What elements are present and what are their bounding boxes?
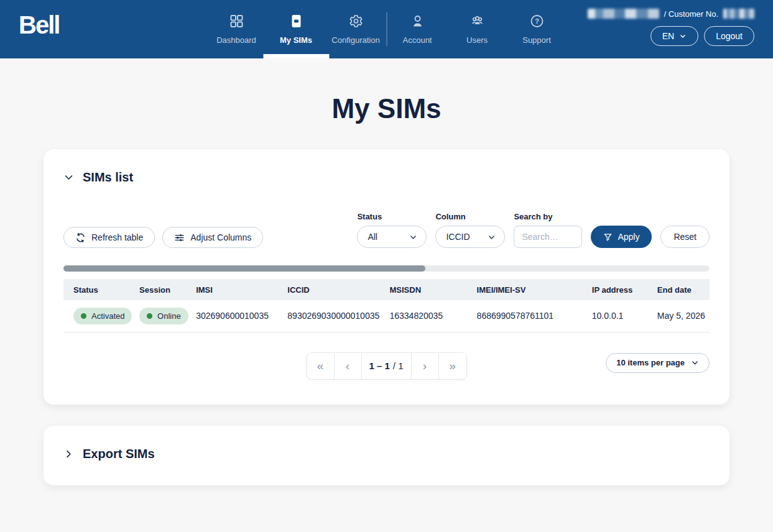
language-label: EN	[662, 31, 674, 41]
redacted-username	[588, 9, 659, 19]
nav-item-dashboard[interactable]: Dashboard	[206, 0, 266, 58]
items-per-page-select[interactable]: 10 items per page	[606, 353, 710, 373]
session-badge: Online	[139, 308, 188, 324]
ip-address-cell: 10.0.0.1	[582, 300, 647, 332]
nav-item-my-sims[interactable]: My SIMs	[266, 0, 326, 58]
refresh-table-label: Refresh table	[91, 232, 143, 242]
chevron-down-icon	[63, 172, 74, 183]
column-header-ip: IP address	[582, 279, 647, 300]
sims-list-section-toggle[interactable]: SIMs list	[63, 170, 710, 185]
user-info-line: / Customer No.	[588, 9, 754, 19]
refresh-icon	[75, 232, 86, 243]
sims-table: Status Session IMSI ICCID MSISDN IMEI/IM…	[63, 279, 710, 332]
refresh-table-button[interactable]: Refresh table	[63, 227, 155, 248]
nav-label: Dashboard	[216, 35, 256, 45]
column-filter-value: ICCID	[446, 232, 470, 242]
nav-label: Configuration	[331, 35, 379, 45]
chevron-right-icon	[63, 449, 74, 459]
iccid-cell: 8930269030000010035	[277, 300, 379, 332]
export-sims-card: Export SIMs	[44, 426, 729, 485]
horizontal-scrollbar-track[interactable]	[63, 265, 710, 272]
column-filter-select[interactable]: ICCID	[435, 226, 505, 248]
sim-icon	[289, 14, 303, 31]
section-title: SIMs list	[83, 170, 133, 185]
section-title: Export SIMs	[83, 447, 155, 461]
active-tab-indicator	[263, 54, 329, 58]
column-header-imei: IMEI/IMEI-SV	[467, 279, 582, 300]
navbar-right: / Customer No. EN Logout	[588, 9, 754, 46]
page-total: / 1	[393, 360, 404, 371]
status-badge: Activated	[73, 308, 132, 324]
apply-label: Apply	[618, 232, 639, 242]
status-filter-label: Status	[357, 212, 427, 221]
language-button[interactable]: EN	[650, 26, 698, 46]
sliders-icon	[174, 232, 185, 243]
filter-funnel-icon	[603, 232, 613, 242]
adjust-columns-label: Adjust Columns	[190, 232, 251, 242]
column-header-msisdn: MSISDN	[379, 279, 466, 300]
first-page-button[interactable]: «	[307, 353, 334, 379]
table-header-row: Status Session IMSI ICCID MSISDN IMEI/IM…	[63, 279, 710, 300]
table-toolbar: Refresh table Adjust Columns Status All	[63, 212, 710, 248]
nav-label: My SIMs	[280, 35, 312, 45]
chevron-down-icon	[691, 359, 699, 367]
logout-label: Logout	[716, 31, 743, 41]
reset-button[interactable]: Reset	[660, 226, 710, 248]
pager: « ‹ 1 – 1 / 1 › »	[306, 352, 466, 380]
nav-label: Support	[522, 35, 551, 45]
search-input[interactable]	[514, 226, 582, 248]
logout-button[interactable]: Logout	[704, 26, 754, 46]
session-value: Online	[157, 311, 181, 321]
nav-label: Account	[403, 35, 432, 45]
adjust-columns-button[interactable]: Adjust Columns	[162, 227, 263, 248]
column-header-session: Session	[129, 279, 186, 300]
column-header-imsi: IMSI	[186, 279, 277, 300]
column-header-end-date: End date	[647, 279, 710, 300]
column-header-status: Status	[63, 279, 129, 300]
search-by-label: Search by	[514, 212, 582, 221]
apply-button[interactable]: Apply	[591, 226, 652, 248]
status-filter-select[interactable]: All	[357, 226, 427, 248]
next-page-button[interactable]: ›	[412, 353, 439, 379]
pagination-row: « ‹ 1 – 1 / 1 › » 10 items per page	[63, 352, 710, 380]
column-filter-label: Column	[435, 212, 505, 221]
session-dot-icon	[147, 313, 152, 319]
previous-page-button[interactable]: ‹	[334, 353, 361, 379]
nav-label: Users	[466, 35, 488, 45]
page-title: My SIMs	[0, 93, 773, 124]
nav-item-support[interactable]: ? Support	[507, 0, 567, 58]
bell-logo[interactable]: Bell	[19, 11, 59, 39]
redacted-customer-number	[723, 9, 754, 19]
horizontal-scrollbar-thumb[interactable]	[63, 265, 425, 272]
table-row[interactable]: Activated Online 302690600010035 8930269…	[63, 300, 710, 332]
support-icon: ?	[529, 14, 544, 31]
nav-item-configuration[interactable]: Configuration	[326, 0, 386, 58]
column-header-iccid: ICCID	[277, 279, 379, 300]
users-icon	[470, 14, 484, 31]
imsi-cell: 302690600010035	[186, 300, 277, 332]
account-icon	[410, 14, 425, 31]
chevron-down-icon	[679, 32, 687, 40]
gear-icon	[348, 14, 363, 31]
export-sims-section-toggle[interactable]: Export SIMs	[63, 447, 710, 461]
status-value: Activated	[91, 311, 124, 321]
main-content: My SIMs SIMs list Refresh table	[0, 93, 773, 485]
status-filter-value: All	[368, 232, 377, 242]
end-date-cell: May 5, 2026	[647, 300, 710, 332]
grid-icon	[229, 14, 244, 31]
nav-item-account[interactable]: Account	[387, 0, 447, 58]
page-range: 1 – 1	[369, 360, 389, 371]
page-indicator: 1 – 1 / 1	[361, 353, 411, 379]
last-page-button[interactable]: »	[439, 353, 466, 379]
main-navigation: Dashboard My SIMs Configuration	[206, 0, 567, 58]
chevron-down-icon	[488, 233, 496, 241]
reset-label: Reset	[673, 232, 697, 242]
nav-item-users[interactable]: Users	[447, 0, 507, 58]
svg-text:?: ?	[534, 17, 539, 25]
status-dot-icon	[81, 313, 86, 319]
customer-no-label: / Customer No.	[664, 9, 718, 19]
top-navbar: Bell Dashboard My SIMs	[0, 0, 773, 58]
items-per-page-label: 10 items per page	[616, 358, 685, 367]
imei-cell: 8686990578761101	[467, 300, 582, 332]
nav-divider	[386, 12, 387, 46]
